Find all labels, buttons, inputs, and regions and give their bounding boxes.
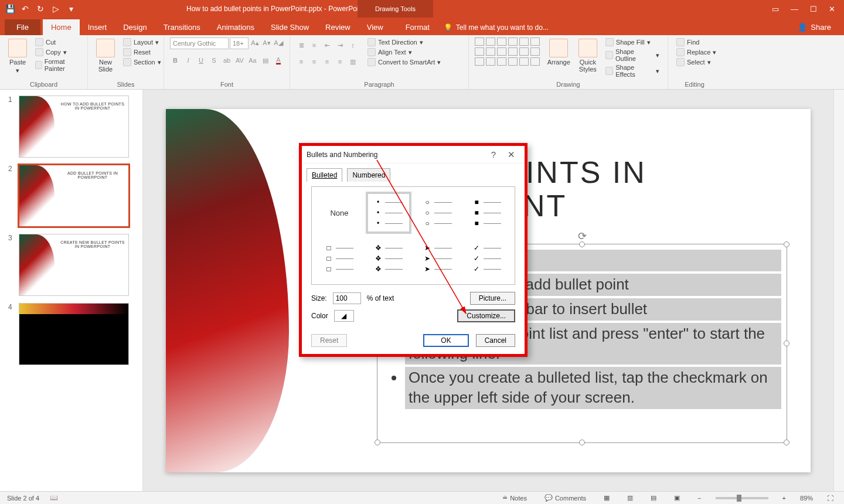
format-painter-button[interactable]: Format Painter [33, 57, 81, 73]
bullet-hollow-round[interactable]: ○ ○ ○ [415, 192, 461, 234]
layout-button[interactable]: Layout▾ [121, 38, 164, 47]
tab-home[interactable]: Home [43, 19, 80, 35]
slide-indicator[interactable]: Slide 2 of 4 [7, 495, 39, 502]
section-button[interactable]: Section▾ [121, 57, 164, 67]
bold-icon[interactable]: B [170, 55, 181, 66]
picture-button[interactable]: Picture... [470, 292, 515, 305]
select-button[interactable]: Select▾ [674, 57, 719, 67]
share-button[interactable]: 👤 Share [791, 19, 838, 35]
normal-view-icon[interactable]: ▦ [600, 494, 613, 502]
smartart-button[interactable]: Convert to SmartArt▾ [365, 57, 443, 67]
bullet-list-icon[interactable]: ≣ [296, 40, 307, 50]
bullet-diamond[interactable]: ❖ ❖ ❖ [366, 237, 411, 280]
thumbnail-1[interactable]: 1 HOW TO ADD BULLET POINTS IN POWERPOINT [8, 96, 134, 158]
columns-icon[interactable]: ▥ [348, 56, 358, 67]
tab-file[interactable]: File [5, 19, 40, 35]
bullet-arrow[interactable]: ➤ ➤ ➤ [415, 237, 461, 280]
customize-button[interactable]: Customize... [457, 309, 515, 322]
save-icon[interactable]: 💾 [5, 4, 15, 14]
ribbon-display-icon[interactable]: ▭ [772, 5, 779, 13]
shape-effects-button[interactable]: Shape Effects▾ [603, 63, 662, 79]
line-spacing-icon[interactable]: ↕ [348, 40, 358, 50]
align-right-icon[interactable]: ≡ [322, 56, 332, 67]
tab-insert[interactable]: Insert [80, 19, 115, 35]
font-color-icon[interactable]: A [273, 55, 284, 66]
align-left-icon[interactable]: ≡ [296, 56, 307, 67]
rotate-handle-icon[interactable]: ⟳ [578, 230, 587, 243]
spacing-icon[interactable]: AV [234, 55, 245, 66]
italic-icon[interactable]: I [183, 55, 193, 66]
tab-slideshow[interactable]: Slide Show [263, 19, 317, 35]
tab-review[interactable]: Review [317, 19, 359, 35]
bullet-item[interactable]: Once you create a bulleted list, tap the… [405, 367, 781, 409]
minimize-icon[interactable]: — [791, 5, 798, 13]
new-slide-button[interactable]: New Slide [94, 38, 117, 74]
tab-format[interactable]: Format [397, 19, 438, 35]
close-dialog-icon[interactable]: ✕ [502, 149, 520, 160]
justify-icon[interactable]: ≡ [335, 56, 345, 67]
bullet-none[interactable]: None [316, 192, 362, 234]
redo-icon[interactable]: ↻ [35, 4, 46, 14]
grow-font-icon[interactable]: A▴ [250, 38, 260, 48]
notes-button[interactable]: ≐ Notes [499, 494, 530, 502]
zoom-value[interactable]: 89% [800, 495, 813, 502]
bullet-filled-square[interactable]: ■ ■ ■ [464, 192, 510, 234]
comments-button[interactable]: 💬 Comments [541, 494, 590, 502]
tab-view[interactable]: View [359, 19, 392, 35]
shadow-icon[interactable]: ab [222, 55, 232, 66]
reset-button[interactable]: Reset [121, 47, 164, 57]
color-picker[interactable]: ◢ [334, 310, 354, 322]
align-text-button[interactable]: Align Text▾ [365, 47, 443, 57]
tab-numbered[interactable]: Numbered [347, 168, 390, 182]
shape-outline-button[interactable]: Shape Outline▾ [603, 47, 662, 63]
slide-thumbnails-pane[interactable]: 1 HOW TO ADD BULLET POINTS IN POWERPOINT… [0, 90, 143, 491]
maximize-icon[interactable]: ☐ [810, 5, 817, 13]
strike-icon[interactable]: S [209, 55, 219, 66]
thumbnail-4[interactable]: 4 [8, 303, 134, 365]
highlight-icon[interactable]: ▤ [260, 55, 271, 66]
spellcheck-icon[interactable]: 📖 [50, 494, 58, 502]
underline-icon[interactable]: U [196, 55, 206, 66]
fit-window-icon[interactable]: ⛶ [823, 495, 837, 502]
quick-styles-button[interactable]: Quick Styles [576, 38, 600, 74]
start-slideshow-icon[interactable]: ▷ [50, 4, 61, 14]
dialog-titlebar[interactable]: Bullets and Numbering ? ✕ [302, 146, 525, 164]
thumbnail-3[interactable]: 3 CREATE NEW BULLET POINTS IN POWERPOINT [8, 234, 134, 296]
tab-bulleted[interactable]: Bulleted [307, 168, 342, 182]
slideshow-view-icon[interactable]: ▣ [671, 494, 683, 502]
tab-transitions[interactable]: Transitions [155, 19, 209, 35]
font-size-combo[interactable]: 18+ [230, 38, 249, 49]
reset-button[interactable]: Reset [311, 334, 347, 347]
align-center-icon[interactable]: ≡ [309, 56, 319, 67]
zoom-in-button[interactable]: + [779, 495, 789, 502]
cut-button[interactable]: Cut [33, 38, 81, 47]
shape-fill-button[interactable]: Shape Fill▾ [603, 38, 662, 47]
text-direction-button[interactable]: Text Direction▾ [365, 38, 443, 47]
paste-button[interactable]: Paste▾ [6, 38, 29, 76]
number-list-icon[interactable]: ≡ [309, 40, 319, 50]
sorter-view-icon[interactable]: ▥ [624, 494, 637, 502]
replace-button[interactable]: Replace▾ [674, 47, 719, 57]
shape-gallery[interactable] [475, 38, 542, 66]
clear-format-icon[interactable]: A◢ [273, 38, 284, 48]
vertical-scrollbar[interactable] [833, 90, 844, 491]
tab-design[interactable]: Design [115, 19, 155, 35]
size-spinner[interactable]: 100 [333, 292, 361, 304]
zoom-out-button[interactable]: − [694, 495, 705, 502]
copy-button[interactable]: Copy▾ [33, 47, 81, 57]
tab-animations[interactable]: Animations [209, 19, 263, 35]
bullet-check[interactable]: ✓ ✓ ✓ [464, 237, 510, 280]
help-icon[interactable]: ? [485, 149, 502, 159]
bullet-hollow-square[interactable]: □ □ □ [316, 237, 362, 280]
undo-icon[interactable]: ↶ [20, 4, 30, 14]
bullet-filled-round[interactable]: • • • [366, 192, 411, 234]
find-button[interactable]: Find [674, 38, 719, 47]
zoom-slider[interactable] [716, 497, 768, 499]
thumbnail-2[interactable]: 2 ADD BULLET POINTS IN POWERPOINT [8, 165, 134, 227]
shrink-font-icon[interactable]: A▾ [261, 38, 272, 48]
increase-indent-icon[interactable]: ⇥ [335, 40, 345, 50]
case-icon[interactable]: Aa [247, 55, 258, 66]
ok-button[interactable]: OK [423, 334, 468, 347]
tell-me-search[interactable]: 💡 Tell me what you want to do... [438, 20, 554, 35]
font-family-combo[interactable]: Century Gothic [170, 38, 229, 49]
